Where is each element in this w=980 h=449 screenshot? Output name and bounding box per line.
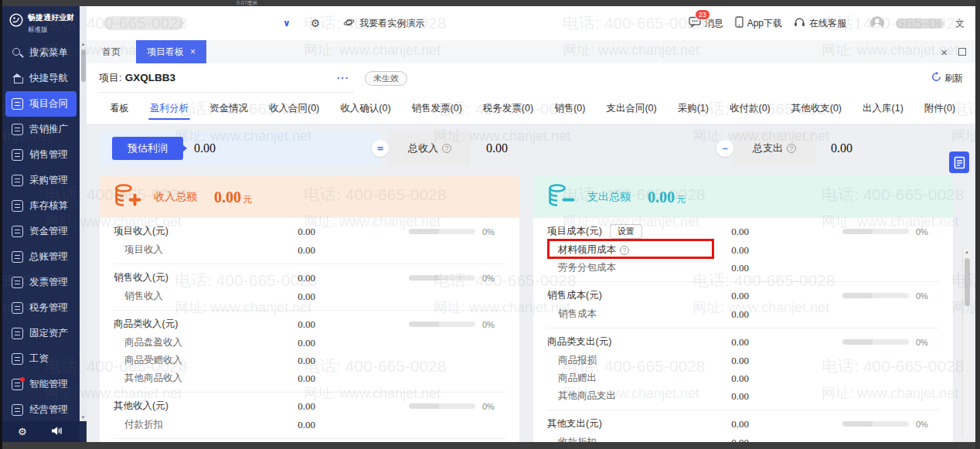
- floating-note-button[interactable]: [949, 151, 969, 173]
- screen: 0.07厘米 畅捷通好业财 标准版 搜索菜单快捷导航项目合同营销推广销售管理采购…: [0, 0, 980, 449]
- estimated-profit-button[interactable]: 预估利润: [112, 137, 183, 160]
- sidebar-item[interactable]: 项目合同: [5, 91, 77, 117]
- dashboard-tab[interactable]: 资金情况: [209, 93, 248, 124]
- dashboard-tab[interactable]: 销售(0): [554, 93, 585, 124]
- org-name-redacted-pill[interactable]: [104, 16, 184, 30]
- metric-meter: 0%: [818, 338, 939, 347]
- metric-row-label-cell: 其他商品支出: [547, 389, 731, 403]
- dashboard-tab[interactable]: 收付款(0): [730, 93, 771, 124]
- dashboard-tab[interactable]: 收入合同(0): [269, 93, 319, 124]
- progress-bar: [409, 403, 475, 409]
- dashboard-tab[interactable]: 采购(1): [678, 93, 709, 124]
- progress-percent: 0%: [482, 320, 499, 329]
- metric-group: 项目收入(元)0.000%项目收入0.00: [114, 218, 505, 264]
- language-toggle[interactable]: 文: [955, 17, 965, 30]
- tab-home[interactable]: 首页: [87, 40, 136, 63]
- sidebar-item[interactable]: 搜索菜单: [2, 40, 80, 66]
- scroll-down-icon[interactable]: ▼: [80, 415, 87, 420]
- sidebar-item[interactable]: 智能管理: [2, 372, 80, 397]
- project-select[interactable]: 项目: GXQLBB3 ···: [99, 63, 354, 93]
- app-download-label: App下载: [747, 17, 782, 30]
- sidebar-item[interactable]: 快捷导航: [2, 66, 80, 91]
- sidebar-item[interactable]: 固定资产: [2, 321, 80, 346]
- salary-icon: [12, 353, 23, 365]
- sidebar-item[interactable]: 经营管理: [2, 397, 80, 421]
- header-gear-icon[interactable]: ⚙: [311, 17, 321, 29]
- sidebar-item[interactable]: 发票管理: [2, 270, 80, 295]
- help-icon[interactable]: ?: [787, 144, 796, 153]
- scroll-up-icon[interactable]: ▲: [80, 42, 87, 46]
- project-header-row: 项目: GXQLBB3 ··· 未生效 刷新: [87, 63, 975, 93]
- table-row: 项目收入(元)0.000%: [114, 222, 505, 241]
- metric-row-label: 商品盘盈收入: [124, 336, 182, 349]
- marketing-icon: [12, 124, 23, 135]
- tab-project-board[interactable]: 项目看板 ×: [136, 40, 206, 63]
- dashboard-tab[interactable]: 销售发票(0): [412, 93, 462, 124]
- metric-group-label: 项目收入(元): [114, 225, 168, 238]
- content-scrollbar[interactable]: ▲: [962, 247, 971, 435]
- metric-row-value: 0.00: [298, 355, 384, 367]
- app-download-button[interactable]: App下载: [735, 16, 782, 30]
- sidebar: 畅捷通好业财 标准版 搜索菜单快捷导航项目合同营销推广销售管理采购管理库存核算资…: [2, 6, 87, 442]
- messages-button[interactable]: 消息 23: [689, 16, 723, 30]
- sidebar-item[interactable]: 税务管理: [2, 295, 80, 321]
- metric-group-label-cell: 商品类支出(元): [547, 335, 731, 349]
- refresh-icon: [931, 72, 941, 84]
- table-row: 项目收入0.00: [114, 241, 505, 259]
- refresh-label: 刷新: [944, 72, 963, 85]
- background-app-toolbar: 0.07厘米: [0, 0, 980, 6]
- more-icon[interactable]: ···: [337, 72, 354, 83]
- home-icon: [12, 73, 23, 84]
- demo-link[interactable]: 我要看实例演示: [343, 17, 424, 30]
- brand-logo-icon: [9, 12, 24, 31]
- summary-band: 预估利润 0.00 ＝ 总收入 ? 0.00 － 总支出 ? 0.00: [100, 131, 940, 165]
- metric-group-label-cell: 项目收入(元): [114, 225, 298, 238]
- sidebar-item[interactable]: 总账管理: [2, 244, 80, 270]
- total-expense-label: 总支出: [753, 141, 783, 155]
- sidebar-item[interactable]: 销售管理: [2, 142, 80, 168]
- scroll-up-icon[interactable]: ▲: [963, 250, 971, 254]
- dashboard-tab[interactable]: 盈利分析: [150, 93, 189, 124]
- sidebar-item[interactable]: 库存核算: [2, 193, 80, 219]
- material-usage-cost-link[interactable]: 材料领用成本: [558, 243, 616, 257]
- progress-bar: [842, 293, 909, 298]
- ledger-icon: [12, 251, 23, 263]
- dashboard-tab[interactable]: 支出合同(0): [606, 93, 656, 124]
- fullscreen-icon[interactable]: [958, 48, 966, 56]
- refresh-button[interactable]: 刷新: [931, 72, 963, 85]
- sidebar-item[interactable]: 工资: [2, 346, 80, 372]
- online-service-button[interactable]: 在线客服: [794, 17, 846, 30]
- sidebar-scrollbar[interactable]: ▲ ▼: [80, 6, 87, 421]
- metric-group-value: 0.00: [298, 318, 384, 331]
- metric-meter: 0%: [384, 320, 505, 329]
- help-icon[interactable]: ?: [620, 246, 629, 255]
- dashboard-tab[interactable]: 其他收支(0): [791, 93, 842, 124]
- chevron-down-icon[interactable]: ∨: [283, 18, 291, 29]
- settings-button[interactable]: 设置: [610, 224, 642, 239]
- background-toolbar-text: 0.07厘米: [236, 0, 258, 6]
- speaker-icon[interactable]: [51, 425, 63, 439]
- dashboard-tab[interactable]: 收入确认(0): [340, 93, 390, 124]
- sidebar-item[interactable]: 资金管理: [2, 219, 80, 244]
- sidebar-item[interactable]: 采购管理: [2, 168, 80, 193]
- sidebar-scroll-thumb[interactable]: [81, 49, 86, 82]
- close-icon[interactable]: ×: [941, 46, 948, 59]
- dashboard-tab[interactable]: 附件(0): [924, 93, 955, 124]
- content-scroll-thumb[interactable]: [965, 258, 970, 306]
- sidebar-item[interactable]: 营销推广: [2, 117, 80, 142]
- metric-group-label-cell: 商品类收入(元): [114, 318, 298, 331]
- metric-group: 其他支出(元)0.000%收款折扣0.00: [547, 410, 939, 442]
- dashboard-tab[interactable]: 看板: [110, 93, 129, 124]
- table-row: 商品类收入(元)0.000%: [114, 315, 505, 334]
- settings-gear-icon[interactable]: ⚙: [18, 426, 27, 437]
- tabstrip-actions: ×: [941, 40, 975, 63]
- dashboard-tab[interactable]: 税务发票(0): [483, 93, 533, 124]
- avatar[interactable]: [870, 16, 884, 30]
- dashboard-tab[interactable]: 出入库(1): [863, 93, 903, 124]
- help-icon[interactable]: ?: [442, 144, 451, 153]
- metric-row-value: 0.00: [731, 308, 818, 321]
- metric-group: 销售成本(元)0.000%销售成本0.00: [547, 281, 939, 328]
- brand-text: 畅捷通好业财 标准版: [28, 12, 74, 35]
- tab-close-icon[interactable]: ×: [190, 46, 196, 57]
- table-row: 销售收入(元)0.000%: [114, 268, 505, 287]
